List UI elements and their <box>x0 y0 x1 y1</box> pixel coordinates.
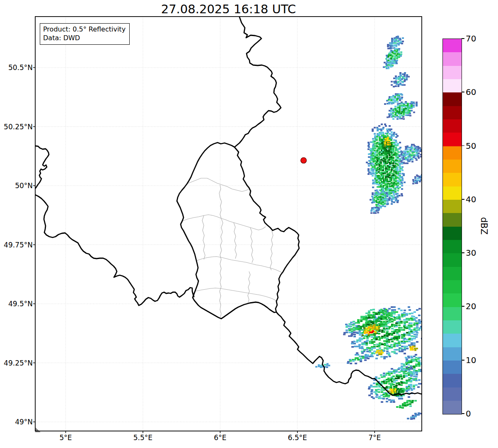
colorbar-segment <box>443 119 462 133</box>
radar-cell <box>386 342 388 344</box>
radar-cell <box>376 155 378 156</box>
radar-cell <box>400 329 403 331</box>
radar-cell <box>371 389 373 391</box>
radar-cell <box>405 109 407 111</box>
radar-cell <box>326 363 329 365</box>
radar-cell <box>368 165 370 167</box>
radar-cell <box>388 339 390 341</box>
radar-cell <box>386 196 388 197</box>
radar-cell <box>373 386 375 387</box>
radar-cell <box>380 324 383 325</box>
radar-cell <box>389 147 392 149</box>
radar-cell <box>389 388 392 390</box>
radar-cell <box>370 160 372 161</box>
radar-cell <box>351 346 354 348</box>
radar-cell <box>416 327 418 329</box>
radar-cell <box>397 378 400 379</box>
radar-cell <box>399 171 401 172</box>
radar-cell <box>364 335 366 337</box>
radar-cell <box>403 118 405 120</box>
radar-cell <box>405 108 407 109</box>
radar-cell <box>385 374 387 376</box>
radar-cell <box>392 112 394 114</box>
radar-cell <box>395 337 398 339</box>
radar-cell <box>408 344 411 346</box>
radar-cell <box>383 373 385 374</box>
radar-cell <box>392 392 394 394</box>
radar-cell <box>378 345 380 347</box>
radar-cell <box>401 337 404 339</box>
radar-cell <box>393 371 395 372</box>
radar-cell <box>368 327 370 329</box>
radar-cell <box>394 388 396 390</box>
radar-cell <box>397 155 399 156</box>
radar-cell <box>408 357 410 358</box>
radar-cell <box>375 391 378 392</box>
radar-cell <box>384 179 386 181</box>
radar-cell <box>391 319 393 320</box>
radar-cell <box>391 135 393 136</box>
radar-cell <box>363 324 365 325</box>
radar-cell <box>374 166 376 168</box>
radar-cell <box>380 178 382 179</box>
radar-cell <box>371 202 373 203</box>
radar-cell <box>386 128 388 130</box>
radar-cell <box>406 390 408 392</box>
radar-cell <box>377 167 379 168</box>
radar-cell <box>397 82 399 83</box>
lon-tick-label: 7°E <box>356 433 393 442</box>
radar-cell <box>389 149 392 150</box>
radar-cell <box>377 192 380 194</box>
radar-cell <box>416 181 418 182</box>
radar-cell <box>385 125 387 127</box>
radar-cell <box>394 106 396 107</box>
radar-cell <box>392 174 394 176</box>
radar-cell <box>387 68 389 69</box>
radar-cell <box>377 212 379 213</box>
radar-cell <box>396 60 398 61</box>
radar-cell <box>413 346 416 347</box>
radar-cell <box>391 331 394 332</box>
radar-cell <box>372 161 375 162</box>
radar-cell <box>376 201 378 203</box>
radar-cell <box>415 414 417 416</box>
radar-cell <box>415 149 417 150</box>
radar-cell <box>384 140 387 142</box>
radar-cell <box>417 414 420 416</box>
colorbar-segment <box>443 39 462 52</box>
radar-cell <box>380 374 382 376</box>
radar-cell <box>395 78 397 80</box>
radar-cell <box>369 351 371 353</box>
radar-cell <box>386 186 388 188</box>
radar-cell <box>387 103 389 104</box>
radar-cell <box>398 50 400 51</box>
radar-cell <box>360 359 362 361</box>
radar-cell <box>404 310 406 311</box>
radar-cell <box>406 77 408 79</box>
radar-cell <box>416 322 418 324</box>
radar-cell <box>398 324 401 326</box>
radar-cell <box>380 190 382 191</box>
radar-cell <box>367 356 369 357</box>
radar-cell <box>360 332 363 334</box>
radar-cell <box>395 336 398 337</box>
radar-cell <box>406 404 409 406</box>
radar-cell <box>374 143 376 145</box>
radar-cell <box>378 397 380 399</box>
radar-cell <box>400 376 402 378</box>
radar-cell <box>375 339 378 340</box>
radar-cell <box>384 311 387 312</box>
radar-cell <box>368 310 370 312</box>
radar-cell <box>384 200 386 202</box>
radar-cell <box>378 339 381 341</box>
radar-cell <box>388 150 390 152</box>
radar-cell <box>417 155 419 157</box>
radar-cell <box>401 155 403 157</box>
radar-cell <box>382 381 385 383</box>
radar-cell <box>391 47 393 49</box>
radar-cell <box>364 329 366 331</box>
radar-cell <box>370 212 372 214</box>
radar-cell <box>395 93 397 95</box>
radar-cell <box>384 184 386 186</box>
radar-cell <box>387 144 389 145</box>
